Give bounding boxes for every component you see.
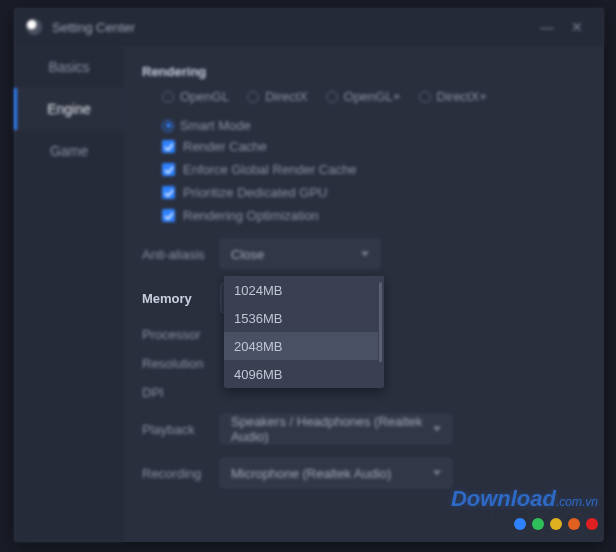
label-playback: Playback <box>142 422 220 437</box>
tab-game[interactable]: Game <box>14 130 124 172</box>
rendering-mode-row: OpenGL DirectX OpenGL+ DirectX+ Smart Mo… <box>162 89 580 133</box>
tab-basics[interactable]: Basics <box>14 46 124 88</box>
select-playback[interactable]: Speakers / Headphones (Realtek Audio) <box>220 414 452 444</box>
footer-buttons <box>414 500 580 528</box>
footer-button-1[interactable] <box>414 500 492 528</box>
tab-engine[interactable]: Engine <box>14 88 124 130</box>
radio-dot-icon <box>419 91 431 103</box>
rendering-check-list: Render Cache Enforce Global Render Cache… <box>162 139 580 223</box>
caret-down-icon <box>433 471 441 476</box>
label-anti-alias: Anti-aliasis <box>142 247 220 262</box>
radio-dot-icon <box>326 91 338 103</box>
label-recording: Recording <box>142 466 220 481</box>
radio-directx[interactable]: DirectX <box>247 89 308 104</box>
row-playback: Playback Speakers / Headphones (Realtek … <box>142 414 580 444</box>
settings-window: Setting Center — ✕ Basics Engine Game Re… <box>14 8 604 542</box>
label-dpi: DPI <box>142 385 220 400</box>
window-title: Setting Center <box>52 20 135 35</box>
radio-dot-icon <box>247 91 259 103</box>
caret-down-icon <box>361 252 369 257</box>
label-memory: Memory <box>142 291 220 306</box>
caret-down-icon <box>433 427 441 432</box>
dropdown-scrollbar[interactable] <box>379 282 382 362</box>
memory-option[interactable]: 1024MB <box>224 276 378 304</box>
sidebar: Basics Engine Game <box>14 46 124 542</box>
rendering-title: Rendering <box>142 64 580 79</box>
titlebar: Setting Center — ✕ <box>14 8 604 46</box>
app-logo-icon <box>26 19 42 35</box>
radio-opengl-plus[interactable]: OpenGL+ <box>326 89 401 104</box>
checkbox-checked-icon <box>162 209 175 222</box>
radio-smart-mode[interactable]: Smart Mode <box>162 118 251 133</box>
minimize-button[interactable]: — <box>532 12 562 42</box>
memory-option[interactable]: 1536MB <box>224 304 378 332</box>
select-anti-alias[interactable]: Close <box>220 239 380 269</box>
select-recording[interactable]: Microphone (Realtek Audio) <box>220 458 452 488</box>
memory-option[interactable]: 2048MB <box>224 332 378 360</box>
row-recording: Recording Microphone (Realtek Audio) <box>142 458 580 488</box>
checkbox-checked-icon <box>162 163 175 176</box>
check-dedicated-gpu[interactable]: Prioritize Dedicated GPU <box>162 185 580 200</box>
memory-dropdown: 1024MB 1536MB 2048MB 4096MB <box>224 276 384 388</box>
check-render-cache[interactable]: Render Cache <box>162 139 580 154</box>
row-anti-alias: Anti-aliasis Close <box>142 239 580 269</box>
close-button[interactable]: ✕ <box>562 12 592 42</box>
check-render-opt[interactable]: Rendering Optimization <box>162 208 580 223</box>
radio-directx-plus[interactable]: DirectX+ <box>419 89 487 104</box>
check-enforce-global[interactable]: Enforce Global Render Cache <box>162 162 580 177</box>
radio-opengl[interactable]: OpenGL <box>162 89 229 104</box>
label-processor: Processor <box>142 327 220 342</box>
label-resolution: Resolution <box>142 356 220 371</box>
radio-dot-icon <box>162 120 174 132</box>
memory-option[interactable]: 4096MB <box>224 360 378 388</box>
radio-dot-icon <box>162 91 174 103</box>
checkbox-checked-icon <box>162 186 175 199</box>
footer-button-2[interactable] <box>502 500 580 528</box>
checkbox-checked-icon <box>162 140 175 153</box>
